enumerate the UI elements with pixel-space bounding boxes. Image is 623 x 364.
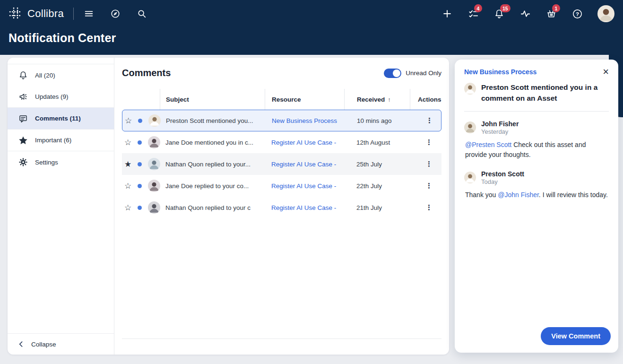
- sidebar-item-label: Settings: [35, 159, 58, 166]
- notification-center-card: All (20) Updates (9): [8, 58, 449, 355]
- controls-column-header: [122, 89, 160, 110]
- divider: [464, 111, 609, 112]
- comment-item: Preston Scott Today Thank you @John Fish…: [464, 170, 609, 200]
- star-toggle[interactable]: ☆: [125, 117, 132, 125]
- search-button[interactable]: [136, 8, 147, 19]
- collapse-sidebar-button[interactable]: Collapse: [8, 333, 114, 355]
- page-title: Notification Center: [0, 27, 623, 45]
- table-header-row: Subject Resource Received ↑ Actions: [122, 89, 441, 110]
- marketplace-button[interactable]: 1: [545, 8, 557, 19]
- activity-pulse-icon: [520, 9, 531, 19]
- avatar: [148, 136, 160, 148]
- sidebar-item-settings[interactable]: Settings: [8, 151, 114, 173]
- search-icon: [137, 9, 147, 19]
- row-actions-kebab[interactable]: ⋮: [425, 203, 433, 211]
- table-row[interactable]: ☆ Jane Doe mentioned you in c... Registe…: [122, 131, 441, 153]
- row-subject: Preston Scott mentioned you...: [160, 117, 265, 124]
- sidebar-item-comments[interactable]: Comments (11): [8, 108, 114, 130]
- view-comment-button[interactable]: View Comment: [541, 327, 611, 345]
- row-received: 22th July: [344, 182, 410, 190]
- toggle-knob: [393, 69, 400, 77]
- unread-dot: [138, 162, 142, 166]
- compass-icon: [110, 9, 121, 19]
- star-toggle[interactable]: ☆: [124, 182, 131, 190]
- column-header-received[interactable]: Received ↑: [344, 89, 410, 110]
- user-avatar[interactable]: [597, 5, 614, 22]
- row-received: 21th July: [344, 204, 410, 211]
- row-subject: Jane Doe mentioned you in c...: [160, 139, 265, 146]
- svg-text:?: ?: [575, 11, 579, 17]
- browse-button[interactable]: [110, 8, 121, 19]
- table-title: Comments: [122, 68, 171, 78]
- collibra-logo-icon: [9, 7, 23, 21]
- row-received: 12th August: [344, 139, 410, 146]
- tasks-badge: 4: [474, 4, 482, 12]
- create-button[interactable]: [441, 8, 453, 19]
- row-subject: Jane Doe replied to your co...: [160, 182, 265, 190]
- notifications-button[interactable]: 15: [493, 8, 505, 19]
- sidebar-item-label: All (20): [35, 72, 55, 79]
- row-received: 10 mins ago: [345, 117, 410, 124]
- sidebar-item-label: Important (6): [35, 137, 71, 144]
- table-row[interactable]: ☆ Jane Doe replied to your co... Registe…: [122, 175, 441, 197]
- chevron-left-icon: [17, 340, 25, 348]
- mention-link[interactable]: @John Fisher: [498, 191, 539, 199]
- unread-dot: [138, 140, 142, 145]
- comment-time: Today: [481, 178, 524, 185]
- resource-link[interactable]: Register AI Use Case -: [271, 139, 336, 146]
- sidebar-item-updates[interactable]: Updates (9): [8, 86, 114, 108]
- plus-icon: [442, 9, 452, 19]
- star-toggle[interactable]: ☆: [124, 204, 131, 212]
- resource-link[interactable]: Register AI Use Case -: [271, 161, 336, 168]
- row-actions-kebab[interactable]: ⋮: [425, 138, 433, 146]
- avatar: [464, 172, 476, 183]
- table-row[interactable]: ★ Nathan Quon replied to your... Registe…: [122, 153, 441, 175]
- column-header-subject[interactable]: Subject: [160, 89, 265, 110]
- resource-link[interactable]: New Business Process: [272, 117, 337, 124]
- top-navigation: Collibra: [0, 0, 623, 55]
- comments-table-area: Comments Unread Only Subject Resource Re…: [114, 58, 449, 355]
- avatar: [148, 158, 160, 170]
- activity-button[interactable]: [519, 8, 531, 19]
- row-actions-kebab[interactable]: ⋮: [426, 116, 433, 124]
- gear-icon: [18, 157, 28, 167]
- mention-link[interactable]: @Presten Scott: [465, 141, 511, 148]
- resource-link[interactable]: Register AI Use Case -: [271, 182, 336, 190]
- bell-icon: [18, 70, 28, 80]
- resource-link[interactable]: Register AI Use Case -: [271, 204, 336, 211]
- filter-list: All (20) Updates (9): [8, 64, 114, 173]
- comment-time: Yesterday: [481, 128, 519, 135]
- comment-author: Preston Scott: [481, 170, 524, 178]
- avatar: [148, 201, 160, 214]
- unread-only-toggle[interactable]: [384, 69, 401, 78]
- table-footer-divider: [122, 338, 441, 339]
- row-actions-kebab[interactable]: ⋮: [425, 182, 433, 190]
- sidebar-item-all[interactable]: All (20): [8, 64, 114, 86]
- table-row[interactable]: ☆ Nathan Quon replied to your c Register…: [122, 197, 441, 218]
- comment-item: John Fisher Yesterday @Presten Scott Che…: [464, 120, 609, 160]
- comment-author: John Fisher: [481, 120, 519, 128]
- column-header-resource[interactable]: Resource: [265, 89, 344, 110]
- star-toggle[interactable]: ☆: [124, 139, 131, 147]
- avatar: [464, 121, 476, 133]
- collapse-label: Collapse: [31, 341, 56, 348]
- sidebar-item-label: Comments (11): [35, 115, 81, 122]
- notification-rows: ☆ Preston Scott mentioned you... New Bus…: [122, 110, 441, 218]
- row-actions-kebab[interactable]: ⋮: [425, 160, 433, 168]
- tasks-button[interactable]: 4: [467, 8, 479, 19]
- main-menu-button[interactable]: [83, 8, 95, 19]
- star-toggle[interactable]: ★: [124, 160, 131, 168]
- sidebar-item-important[interactable]: Important (6): [8, 130, 114, 151]
- brand-name: Collibra: [27, 8, 64, 20]
- close-icon[interactable]: ×: [603, 68, 609, 76]
- help-button[interactable]: ?: [571, 8, 583, 19]
- unread-only-label: Unread Only: [406, 69, 441, 77]
- notification-title: Preston Scott mentioned you in a comment…: [481, 82, 605, 104]
- comment-body: @Presten Scott Check out this asset and …: [464, 140, 609, 160]
- table-row[interactable]: ☆ Preston Scott mentioned you... New Bus…: [122, 110, 441, 131]
- comment-icon: [18, 114, 28, 123]
- collibra-logo[interactable]: Collibra: [9, 7, 64, 21]
- megaphone-icon: [18, 92, 28, 102]
- detail-resource-link[interactable]: New Business Process: [464, 68, 536, 76]
- unread-dot: [138, 119, 142, 123]
